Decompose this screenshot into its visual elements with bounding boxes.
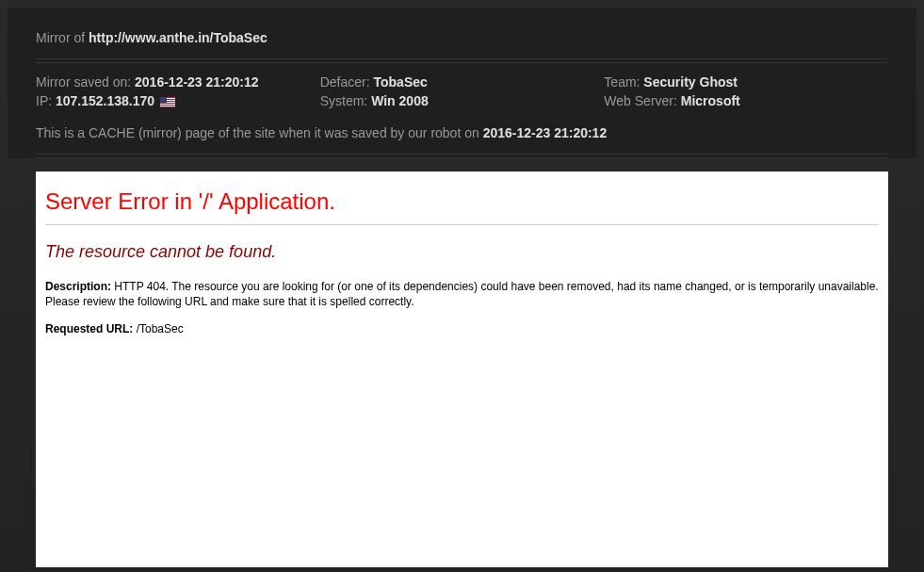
error-title: Server Error in '/' Application.	[45, 183, 879, 224]
mirror-url: http://www.anthe.in/TobaSec	[89, 30, 267, 45]
system-value: Win 2008	[371, 93, 429, 108]
info-col-2: Defacer: TobaSec System: Win 2008	[320, 73, 605, 110]
requested-url-value: /TobaSec	[137, 322, 184, 335]
info-col-3: Team: Security Ghost Web Server: Microso…	[604, 73, 888, 110]
requested-url-line: Requested URL: /TobaSec	[45, 322, 879, 335]
mirror-of-line: Mirror of http://www.anthe.in/TobaSec	[36, 17, 888, 57]
info-col-1: Mirror saved on: 2016-12-23 21:20:12 IP:…	[36, 73, 320, 110]
system-row: System: Win 2008	[320, 91, 605, 110]
team-value: Security Ghost	[643, 74, 738, 90]
error-hr	[45, 224, 879, 225]
page-frame: Mirror of http://www.anthe.in/TobaSec Mi…	[0, 0, 924, 572]
mirror-header: Mirror of http://www.anthe.in/TobaSec Mi…	[8, 8, 916, 158]
error-description: Description: HTTP 404. The resource you …	[45, 279, 879, 322]
us-flag-icon	[160, 97, 175, 107]
webserver-row: Web Server: Microsoft	[604, 91, 888, 110]
system-label: System:	[320, 93, 371, 108]
saved-on-row: Mirror saved on: 2016-12-23 21:20:12	[36, 73, 320, 91]
cache-note: This is a CACHE (mirror) page of the sit…	[36, 118, 888, 152]
requested-url-label: Requested URL:	[45, 322, 137, 335]
error-desc-label: Description:	[45, 280, 114, 293]
defacer-label: Defacer:	[320, 74, 374, 90]
saved-on-label: Mirror saved on:	[36, 74, 135, 90]
error-page: Server Error in '/' Application. The res…	[36, 172, 888, 567]
team-row: Team: Security Ghost	[604, 73, 888, 91]
divider	[36, 58, 888, 63]
error-desc-text: HTTP 404. The resource you are looking f…	[45, 280, 879, 308]
defacer-row: Defacer: TobaSec	[320, 73, 605, 91]
ip-row: IP: 107.152.138.170	[36, 91, 320, 110]
mirror-info-grid: Mirror saved on: 2016-12-23 21:20:12 IP:…	[36, 65, 888, 118]
webserver-label: Web Server:	[604, 93, 680, 108]
cache-note-text: This is a CACHE (mirror) page of the sit…	[36, 125, 483, 140]
cache-note-date: 2016-12-23 21:20:12	[483, 125, 608, 140]
ip-value: 107.152.138.170	[56, 93, 154, 108]
mirror-of-label: Mirror of	[36, 30, 89, 45]
error-subtitle: The resource cannot be found.	[45, 242, 879, 279]
content-wrap: Server Error in '/' Application. The res…	[8, 172, 916, 567]
divider	[36, 154, 888, 158]
saved-on-value: 2016-12-23 21:20:12	[135, 74, 259, 90]
defacer-value: TobaSec	[373, 74, 427, 90]
ip-label: IP:	[36, 93, 56, 108]
webserver-value: Microsoft	[681, 93, 740, 108]
team-label: Team:	[604, 74, 643, 90]
